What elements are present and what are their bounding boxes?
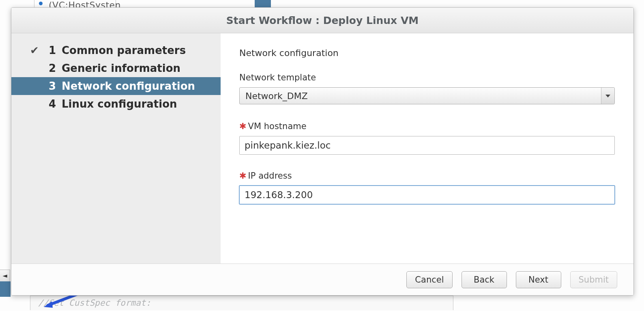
step-label: Common parameters [62,44,186,56]
collapse-arrow-button[interactable]: ◄ [0,270,10,282]
bg-band-top [255,0,271,7]
wizard-step-network-configuration[interactable]: 3 Network configuration [11,77,221,95]
ip-address-label-text: IP address [248,171,292,181]
required-asterisk-icon: ✱ [239,121,247,131]
step-number: 3 [42,80,62,92]
bg-band-left [0,281,11,297]
chevron-down-icon [601,88,614,104]
vm-hostname-label: ✱VM hostname [239,121,615,131]
wizard-steps-sidebar: ✔ 1 Common parameters 2 Generic informat… [11,33,221,263]
ip-address-label: ✱IP address [239,171,615,181]
bg-bottom-text: //Get CustSpec format: [38,298,151,308]
section-title: Network configuration [239,48,615,58]
triangle-left-icon: ◄ [2,272,7,279]
ip-address-input[interactable] [239,186,615,204]
wizard-step-linux-configuration[interactable]: 4 Linux configuration [11,95,221,113]
network-template-select[interactable]: Network_DMZ [239,87,615,104]
network-template-value: Network_DMZ [245,91,308,101]
step-label: Linux configuration [62,98,177,110]
workflow-dialog: Start Workflow : Deploy Linux VM ✔ 1 Com… [11,7,634,296]
network-template-label: Network template [239,73,615,82]
step-label: Network configuration [62,80,195,92]
step-number: 2 [42,62,62,74]
vm-hostname-input[interactable] [239,136,615,155]
network-template-select-wrap: Network_DMZ [239,87,615,104]
dialog-content: Network configuration Network template N… [221,33,633,263]
step-number: 1 [42,44,62,56]
dialog-title: Start Workflow : Deploy Linux VM [11,8,633,33]
submit-button: Submit [570,271,618,288]
next-button[interactable]: Next [516,271,561,288]
wizard-step-common-parameters[interactable]: ✔ 1 Common parameters [11,41,221,59]
step-number: 4 [42,98,62,110]
check-icon: ✔ [27,44,42,56]
cancel-button[interactable]: Cancel [406,271,452,288]
dialog-footer: Cancel Back Next Submit [11,263,633,295]
wizard-step-generic-information[interactable]: 2 Generic information [11,59,221,77]
step-label: Generic information [62,62,180,74]
bullet-icon [39,2,43,5]
vm-hostname-label-text: VM hostname [248,121,307,131]
required-asterisk-icon: ✱ [239,171,247,181]
dialog-body: ✔ 1 Common parameters 2 Generic informat… [11,33,633,263]
back-button[interactable]: Back [462,271,507,288]
